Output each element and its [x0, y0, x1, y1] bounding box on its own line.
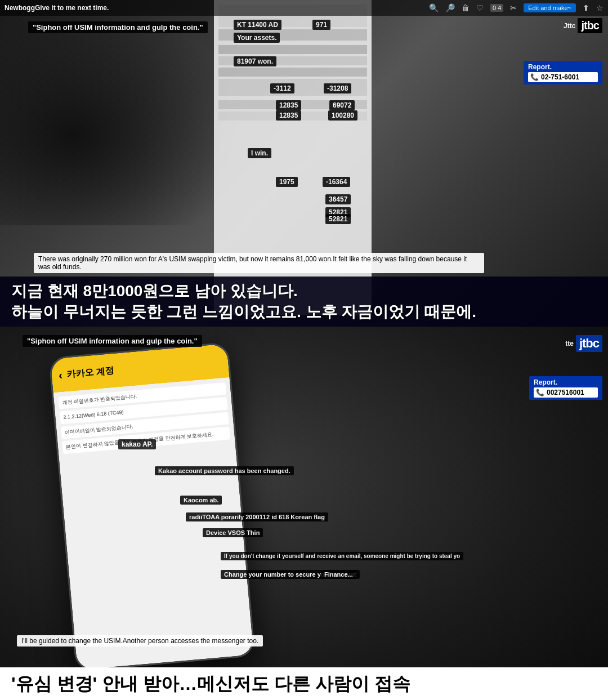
jtbc-tte-bottom: tte: [565, 340, 574, 347]
bottom-section: ‹ 카카오 계정 계정 비밀번호가 변경되었습니다. 2.1.2.12(Wed)…: [0, 327, 608, 700]
phone-icon-bottom: 📞: [536, 389, 544, 396]
siphon-subtitle-top: "Siphon off USIM information and gulp th…: [28, 21, 208, 33]
val-971: 971: [312, 20, 330, 30]
korean-line1: 지금 현재 8만1000원으로 남아 있습니다.: [11, 281, 597, 301]
jtbc-logo-top: Jttc jtbc: [564, 18, 602, 33]
star-icon[interactable]: ☆: [596, 3, 603, 12]
hand-overlay: [0, 0, 242, 225]
val-neg3112: -3112: [270, 83, 294, 93]
finance-label-box: Finance...: [321, 570, 356, 579]
zoom-in-icon[interactable]: 🔍: [429, 3, 439, 12]
val-52821b: 52821: [325, 214, 351, 224]
i-win-label: I win.: [248, 148, 271, 158]
kakao-ap-label: kakao AP.: [118, 439, 156, 449]
phone-title: 카카오 계정: [66, 364, 115, 380]
bottom-korean-banner: '유심 변경' 안내 받아…메신저도 다른 사람이 접속: [0, 667, 608, 700]
val-69072: 69072: [329, 100, 355, 110]
val-36457: 36457: [325, 194, 351, 204]
toolbar-left: NewboggGive it to me next time.: [5, 4, 109, 12]
report-phone-bottom: 📞 0027516001: [534, 387, 598, 398]
korean-subtitle-top: 지금 현재 8만1000원으로 남아 있습니다. 하늘이 무너지는 듯한 그런 …: [0, 277, 608, 327]
zoom-out-icon[interactable]: 🔎: [445, 3, 455, 12]
phone-back-icon: ‹: [58, 369, 63, 382]
val-12835a: 12835: [276, 100, 301, 110]
trash-icon[interactable]: 🗑: [462, 3, 470, 12]
radio-toaa-box: radiiTOAA porarily 2000112 id 618 Korean…: [186, 512, 328, 521]
val-neg16364: -16364: [323, 177, 350, 187]
report-label-bottom: Report.: [534, 378, 598, 386]
jtbc-tte-label: Jttc: [564, 22, 575, 30]
phone-screen: ‹ 카카오 계정 계정 비밀번호가 변경되었습니다. 2.1.2.12(Wed)…: [50, 344, 253, 670]
val-neg31208: -31208: [324, 83, 351, 93]
report-phone-top: 📞 02-751-6001: [528, 72, 598, 82]
bottom-english-strip: I'll be guided to change the USIM.Anothe…: [17, 635, 263, 647]
newbogg-label: NewboggGive it to me next time.: [5, 4, 109, 12]
bottom-korean-text: '유심 변경' 안내 받아…메신저도 다른 사람이 접속: [11, 673, 597, 694]
siphon-subtitle-bottom: "Siphon off USIM information and gulp th…: [23, 335, 202, 347]
report-label: Report.: [528, 63, 598, 71]
phone-mockup: ‹ 카카오 계정 계정 비밀번호가 변경되었습니다. 2.1.2.12(Wed)…: [48, 342, 256, 672]
crop-icon[interactable]: ✂: [510, 3, 517, 12]
korean-line2: 하늘이 무너지는 듯한 그런 느낌이었고요. 노후 자금이었기 때문에.: [11, 302, 597, 322]
english-subtitle-top: There was originally 270 million won for…: [34, 253, 484, 273]
kt-label: KT 11400 AD: [234, 20, 281, 30]
counter-badge: 0 4: [490, 4, 503, 12]
jtbc-logo-bottom: tte jtbc: [565, 335, 602, 352]
jtbc-mark-bottom: jtbc: [576, 335, 602, 352]
toolbar-right: 🔍 🔎 🗑 ♡ 0 4 ✂ Edit and make~ ⬆ ☆: [429, 3, 603, 12]
kaocom-box: Kaocom ab.: [180, 496, 222, 505]
device-vsos-box: Device VSOS Thin: [203, 528, 263, 537]
total-assets: 81907 won.: [234, 56, 276, 66]
heart-icon[interactable]: ♡: [476, 3, 484, 12]
edit-make-button[interactable]: Edit and make~: [524, 3, 576, 12]
phone-icon-top: 📞: [530, 73, 539, 81]
warning-msg-box: If you don't change it yourself and rece…: [221, 552, 463, 560]
assets-label: Your assets.: [234, 33, 280, 43]
kakao-changed-box: Kakao account password has been changed.: [155, 466, 294, 475]
phone-content: 계정 비밀번호가 변경되었습니다. 2.1.2.12(Wed) 6:18 (TC…: [53, 377, 254, 670]
jtbc-mark-top: jtbc: [578, 18, 602, 33]
val-100280: 100280: [328, 110, 357, 121]
share-icon[interactable]: ⬆: [583, 3, 589, 12]
val-12835b: 12835: [276, 110, 301, 121]
report-box-top: Report. 📞 02-751-6001: [524, 61, 602, 84]
top-toolbar: NewboggGive it to me next time. 🔍 🔎 🗑 ♡ …: [0, 0, 608, 16]
report-box-bottom: Report. 📞 0027516001: [529, 376, 602, 400]
top-section: NewboggGive it to me next time. 🔍 🔎 🗑 ♡ …: [0, 0, 608, 327]
val-1975: 1975: [276, 177, 298, 187]
